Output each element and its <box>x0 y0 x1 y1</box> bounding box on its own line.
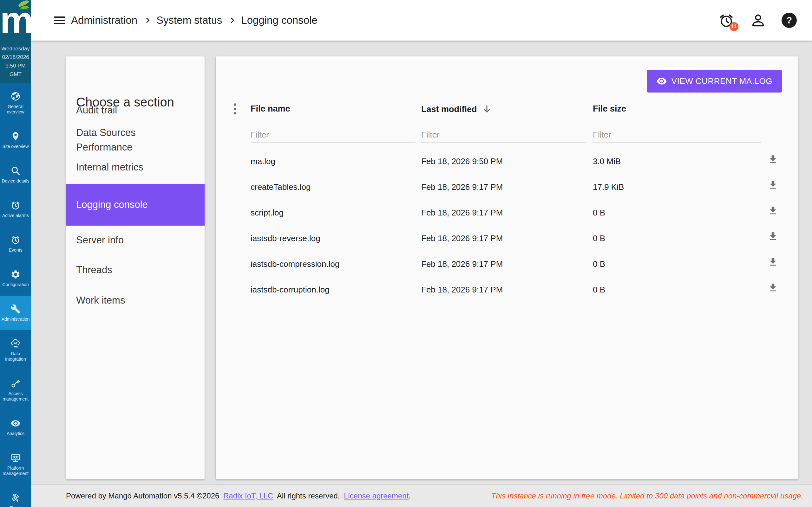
date-value: 02/18/2026 <box>0 53 31 61</box>
last-modified-cell: Feb 18, 2026 9:17 PM <box>421 208 503 218</box>
download-icon[interactable] <box>768 154 778 165</box>
footer-company-link[interactable]: Radix IoT, LLC <box>223 492 273 500</box>
last-modified-cell: Feb 18, 2026 9:17 PM <box>421 182 503 192</box>
table-row: script.log Feb 18, 2026 9:17 PM 0 B <box>216 200 798 226</box>
breadcrumb-system-status[interactable]: System status <box>156 14 222 26</box>
sidebar-item-platform-management[interactable]: Platform management <box>0 445 31 485</box>
table-row: createTables.log Feb 18, 2026 9:17 PM 17… <box>216 175 798 200</box>
table-row: iastsdb-compression.log Feb 18, 2026 9:1… <box>216 251 798 277</box>
chevron-right-icon <box>229 18 235 23</box>
file-size-cell: 0 B <box>593 233 605 243</box>
last-modified-cell: Feb 18, 2026 9:17 PM <box>421 285 503 295</box>
sidebar-item-label: Analytics <box>7 431 24 436</box>
column-header-file-size[interactable]: File size <box>593 104 626 114</box>
download-icon[interactable] <box>768 282 778 293</box>
footer-rights-text: All rights reserved. <box>277 492 340 500</box>
person-icon[interactable] <box>750 12 766 29</box>
download-icon[interactable] <box>768 180 778 190</box>
wrench-icon <box>10 304 20 314</box>
section-item-work-items[interactable]: Work items <box>76 295 125 306</box>
sidebar-item-label: General overview <box>1 104 31 115</box>
sidebar-item-label: Configuration <box>2 282 29 287</box>
sidebar-item-label: Device details <box>2 178 29 184</box>
file-name-cell: createTables.log <box>251 182 310 192</box>
download-icon[interactable] <box>768 257 778 268</box>
footer-period: . <box>409 492 411 500</box>
time-value: 9:50 PM GMT <box>0 61 31 78</box>
logo-letter: m <box>0 3 31 38</box>
sidebar-item-administration[interactable]: Administration <box>0 296 31 330</box>
sidebar-item-configuration[interactable]: Configuration <box>0 261 31 296</box>
sidebar-item-active-alarms[interactable]: Active alarms <box>0 192 31 227</box>
sidebar-item-general-overview[interactable]: General overview <box>0 83 31 123</box>
sidebar-item-site-overview[interactable]: Site overview <box>0 123 31 158</box>
section-item-server-info[interactable]: Server info <box>76 234 124 246</box>
file-name-cell: iastsdb-reverse.log <box>251 233 320 243</box>
section-item-threads[interactable]: Threads <box>76 264 112 276</box>
globe-icon <box>10 91 20 101</box>
section-item-logging-console[interactable]: Logging console <box>66 184 205 226</box>
top-header: Administration System status Logging con… <box>31 0 812 41</box>
cloud-transfer-icon <box>10 338 20 349</box>
alarm-clock-icon <box>10 200 20 210</box>
footer-license-link[interactable]: License agreement <box>344 492 409 500</box>
file-size-cell: 0 B <box>593 285 605 295</box>
page: m Wednesday 02/18/2026 9:50 PM GMT Gener… <box>0 0 812 507</box>
download-icon[interactable] <box>768 205 778 216</box>
chevron-right-icon <box>144 18 150 23</box>
gear-icon <box>10 269 20 279</box>
last-modified-cell: Feb 18, 2026 9:50 PM <box>421 157 503 166</box>
sidebar-item-label: Events <box>9 247 22 253</box>
filter-input-file-size[interactable] <box>593 127 761 143</box>
sidebar-item-device-details[interactable]: Device details <box>0 158 31 192</box>
app-logo[interactable]: m Wednesday 02/18/2026 9:50 PM GMT <box>0 0 31 83</box>
footer-credits: Powered by Mango Automation v5.5.4 ©2026… <box>66 492 411 500</box>
help-icon[interactable]: ? <box>781 13 797 28</box>
file-name-cell: script.log <box>251 208 284 218</box>
sidebar-item-data-integration[interactable]: Data integration <box>0 330 31 370</box>
file-size-cell: 0 B <box>593 208 605 218</box>
sidebar-item-label: Data integration <box>1 351 31 362</box>
sidebar-datetime: Wednesday 02/18/2026 9:50 PM GMT <box>0 44 31 78</box>
footer-powered-text: Powered by Mango Automation v5.5.4 ©2026 <box>66 492 219 500</box>
breadcrumb-logging-console[interactable]: Logging console <box>241 14 317 26</box>
sidebar-item-access-management[interactable]: Access management <box>0 370 31 410</box>
section-item-label: Logging console <box>76 199 148 210</box>
table-row: iastsdb-corruption.log Feb 18, 2026 9:17… <box>216 277 798 303</box>
key-icon <box>10 378 20 389</box>
last-modified-cell: Feb 18, 2026 9:17 PM <box>421 233 503 243</box>
file-size-cell: 17.9 KiB <box>593 182 624 192</box>
filter-input-file-name[interactable] <box>251 127 415 143</box>
last-modified-cell: Feb 18, 2026 9:17 PM <box>421 259 503 269</box>
column-header-file-name[interactable]: File name <box>251 104 290 114</box>
column-header-last-modified[interactable]: Last modified <box>421 104 492 115</box>
breadcrumb-administration[interactable]: Administration <box>71 14 137 26</box>
sidebar-item-label: Event <box>10 505 21 507</box>
sidebar: m Wednesday 02/18/2026 9:50 PM GMT Gener… <box>0 0 31 507</box>
sidebar-item-label: Platform management <box>1 465 31 476</box>
menu-icon[interactable] <box>54 14 65 26</box>
section-item-data-sources-performance[interactable]: Data Sources Performance <box>76 125 181 155</box>
table-row: ma.log Feb 18, 2026 9:50 PM 3.0 MiB <box>216 149 798 175</box>
log-files-panel: VIEW CURRENT MA.LOG File name Last modif… <box>216 56 798 480</box>
sidebar-item-analytics[interactable]: Analytics <box>0 410 31 445</box>
sidebar-item-events[interactable]: Events <box>0 227 31 261</box>
view-current-log-button[interactable]: VIEW CURRENT MA.LOG <box>647 70 782 93</box>
file-size-cell: 0 B <box>593 259 605 269</box>
alarm-clock-icon[interactable]: 11 <box>718 12 734 29</box>
alarm-count-badge: 11 <box>729 22 739 31</box>
breadcrumb: Administration System status Logging con… <box>71 14 317 26</box>
download-icon[interactable] <box>768 231 778 242</box>
free-mode-warning: This instance is running in free mode. L… <box>491 492 803 500</box>
eye-icon <box>656 76 667 87</box>
sidebar-item-event[interactable]: Event <box>0 485 31 507</box>
filter-input-last-modified[interactable] <box>421 127 586 143</box>
kebab-menu-icon[interactable] <box>230 102 240 117</box>
eye-icon <box>10 418 20 429</box>
section-item-internal-metrics[interactable]: Internal metrics <box>76 162 143 173</box>
sort-desc-arrow-icon <box>481 104 492 115</box>
sidebar-menu: General overview Site overview Device de… <box>0 83 31 507</box>
section-item-audit-trail[interactable]: Audit trail <box>76 105 117 116</box>
location-pin-icon <box>10 131 20 141</box>
file-name-cell: ma.log <box>251 157 275 166</box>
